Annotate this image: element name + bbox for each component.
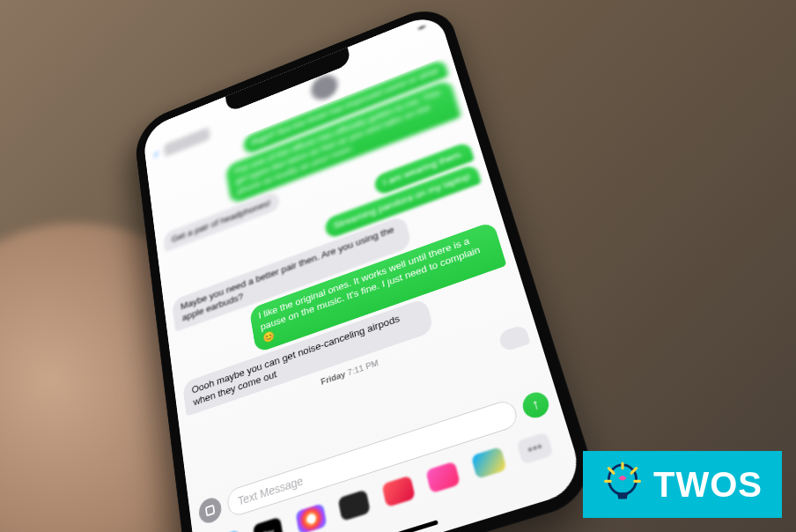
brand-text: TWOS: [653, 465, 763, 505]
message-partial[interactable]: [498, 324, 530, 353]
message-received[interactable]: Get a pair of headphones!: [163, 190, 280, 253]
memoji-icon[interactable]: [381, 476, 416, 508]
phone-screen: ••• ‹ Right? But the three has improved …: [142, 11, 586, 532]
arrow-up-icon: ↑: [530, 396, 542, 415]
back-icon[interactable]: ‹: [153, 146, 159, 162]
lightbulb-icon: [602, 462, 643, 507]
digital-touch-icon[interactable]: [338, 490, 371, 521]
apple-pay-icon[interactable]: Pay: [253, 517, 284, 532]
watermark-brand: TWOS: [583, 451, 782, 518]
more-apps-icon[interactable]: •••: [517, 432, 554, 464]
photos-icon[interactable]: [295, 503, 327, 532]
music-icon[interactable]: [425, 461, 461, 493]
iphone-device: ••• ‹ Right? But the three has improved …: [133, 0, 602, 532]
status-indicators: •••: [417, 23, 426, 33]
send-button[interactable]: ↑: [520, 389, 551, 421]
app-extra-icon[interactable]: [471, 447, 507, 479]
camera-icon[interactable]: [197, 495, 223, 526]
